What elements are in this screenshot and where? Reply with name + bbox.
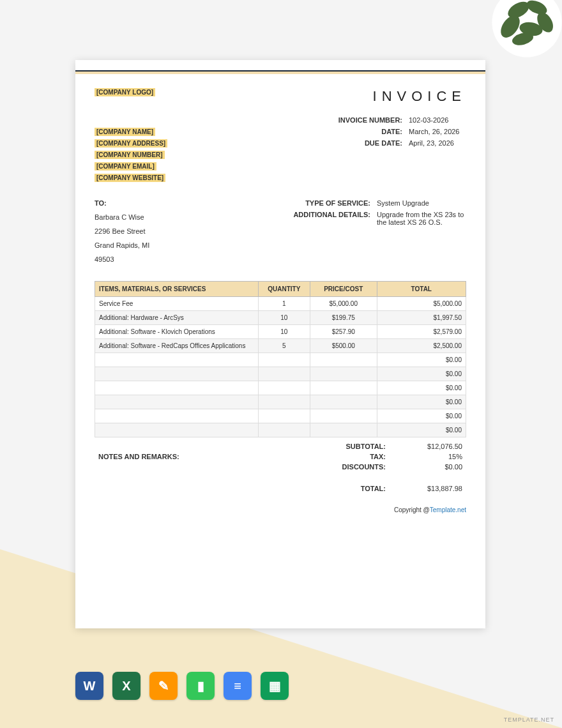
app-icons-row: WX✎▮≡▦ (75, 672, 289, 700)
subtotal-label: SUBTOTAL: (322, 443, 386, 450)
service-type-label: TYPE OF SERVICE: (287, 199, 370, 207)
company-number-placeholder: [COMPANY NUMBER] (95, 151, 165, 159)
item-price (310, 423, 377, 437)
item-qty (258, 423, 310, 437)
item-total: $0.00 (377, 367, 466, 381)
due-date-label: DUE DATE: (332, 139, 402, 147)
tax-value: 15% (399, 453, 462, 460)
recipient-street: 2296 Bee Street (95, 227, 149, 235)
numbers-icon[interactable]: ▮ (186, 672, 215, 700)
item-total: $1,997.50 (377, 311, 466, 325)
item-desc (95, 353, 259, 367)
decorative-plant (479, 0, 562, 64)
date-label: DATE: (332, 128, 402, 135)
due-date-value: April, 23, 2026 (409, 139, 466, 147)
item-qty: 10 (258, 325, 310, 339)
invoice-document: [COMPANY LOGO] INVOICE [COMPANY NAME] [C… (75, 60, 485, 628)
item-qty (258, 409, 310, 423)
invoice-number-label: INVOICE NUMBER: (332, 116, 402, 124)
item-qty (258, 381, 310, 395)
item-desc (95, 381, 259, 395)
company-address-placeholder: [COMPANY ADDRESS] (95, 139, 167, 148)
col-items: ITEMS, MATERIALS, OR SERVICES (95, 282, 259, 297)
date-value: March, 26, 2026 (409, 128, 466, 135)
item-desc: Service Fee (95, 297, 259, 311)
item-desc: Additional: Hardware - ArcSys (95, 311, 259, 325)
docs-icon[interactable]: ≡ (224, 672, 252, 700)
item-total: $0.00 (377, 409, 466, 423)
table-row: $0.00 (95, 381, 466, 395)
recipient-name: Barbara C Wise (95, 213, 149, 221)
table-row: $0.00 (95, 395, 466, 409)
watermark: TEMPLATE.NET (504, 717, 554, 723)
document-title: INVOICE (373, 88, 466, 105)
item-total: $2,579.00 (377, 325, 466, 339)
item-price (310, 367, 377, 381)
item-total: $0.00 (377, 423, 466, 437)
item-qty: 1 (258, 297, 310, 311)
item-qty: 5 (258, 339, 310, 353)
table-row: $0.00 (95, 367, 466, 381)
discounts-label: DISCOUNTS: (322, 463, 386, 471)
item-price (310, 409, 377, 423)
item-qty: 10 (258, 311, 310, 325)
item-total: $0.00 (377, 381, 466, 395)
additional-details-label: ADDITIONAL DETAILS: (287, 211, 370, 226)
table-row: Service Fee1$5,000.00$5,000.00 (95, 297, 466, 311)
table-row: Additional: Software - Klovich Operation… (95, 325, 466, 339)
col-total: TOTAL (377, 282, 466, 297)
copyright-link[interactable]: Template.net (430, 506, 466, 513)
item-price: $500.00 (310, 339, 377, 353)
recipient-city: Grand Rapids, MI (95, 241, 149, 249)
item-price: $199.75 (310, 311, 377, 325)
company-name-placeholder: [COMPANY NAME] (95, 128, 155, 136)
table-row: $0.00 (95, 423, 466, 437)
subtotal-value: $12,076.50 (399, 443, 462, 450)
item-total: $0.00 (377, 353, 466, 367)
item-desc (95, 423, 259, 437)
item-desc (95, 367, 259, 381)
additional-details-value: Upgrade from the XS 23s to the latest XS… (377, 211, 466, 226)
recipient-zip: 49503 (95, 255, 149, 263)
discounts-value: $0.00 (399, 463, 462, 471)
invoice-number-value: 102-03-2026 (409, 116, 466, 124)
item-price: $5,000.00 (310, 297, 377, 311)
tax-label: TAX: (322, 453, 386, 460)
item-desc (95, 395, 259, 409)
pages-icon[interactable]: ✎ (149, 672, 178, 700)
item-desc (95, 409, 259, 423)
total-value: $13,887.98 (399, 485, 462, 492)
item-total: $2,500.00 (377, 339, 466, 353)
item-total: $5,000.00 (377, 297, 466, 311)
item-qty (258, 353, 310, 367)
total-label: TOTAL: (322, 485, 386, 492)
item-qty (258, 367, 310, 381)
notes-label: NOTES AND REMARKS: (95, 453, 179, 460)
item-desc: Additional: Software - RedCaps Offices A… (95, 339, 259, 353)
service-type-value: System Upgrade (377, 199, 429, 207)
table-row: $0.00 (95, 409, 466, 423)
company-logo-placeholder: [COMPANY LOGO] (95, 88, 155, 96)
item-price (310, 381, 377, 395)
item-price: $257.90 (310, 325, 377, 339)
col-qty: QUANTITY (258, 282, 310, 297)
table-row: Additional: Hardware - ArcSys10$199.75$1… (95, 311, 466, 325)
word-icon[interactable]: W (75, 672, 103, 700)
col-price: PRICE/COST (310, 282, 377, 297)
company-website-placeholder: [COMPANY WEBSITE] (95, 174, 165, 182)
line-items-table: ITEMS, MATERIALS, OR SERVICES QUANTITY P… (95, 281, 466, 437)
table-row: Additional: Software - RedCaps Offices A… (95, 339, 466, 353)
item-price (310, 395, 377, 409)
excel-icon[interactable]: X (112, 672, 140, 700)
copyright-text: Copyright @ (394, 506, 430, 513)
item-total: $0.00 (377, 395, 466, 409)
company-email-placeholder: [COMPANY EMAIL] (95, 162, 156, 171)
item-qty (258, 395, 310, 409)
item-desc: Additional: Software - Klovich Operation… (95, 325, 259, 339)
item-price (310, 353, 377, 367)
sheets-icon[interactable]: ▦ (261, 672, 289, 700)
table-row: $0.00 (95, 353, 466, 367)
to-label: TO: (95, 199, 149, 207)
